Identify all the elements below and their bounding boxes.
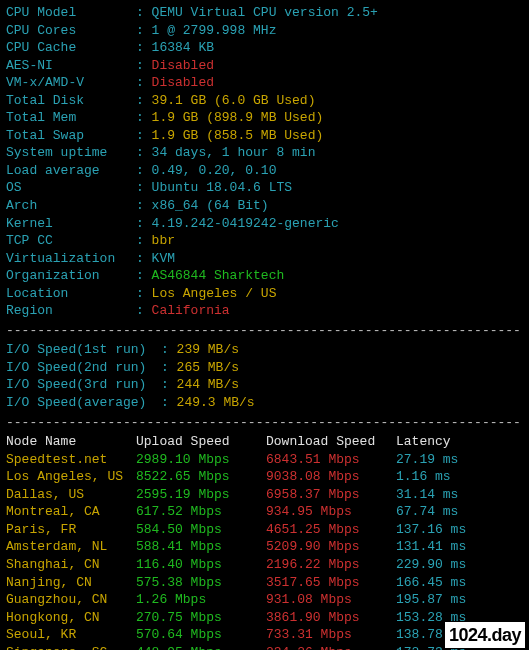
speed-node: Los Angeles, US	[6, 468, 136, 486]
speed-download: 2196.22 Mbps	[266, 556, 396, 574]
colon: :	[136, 268, 152, 283]
sys-label: TCP CC	[6, 232, 136, 250]
divider: ----------------------------------------…	[6, 414, 523, 432]
divider: ----------------------------------------…	[6, 322, 523, 340]
sys-value: 34 days, 1 hour 8 min	[152, 145, 316, 160]
speed-upload: 270.75 Mbps	[136, 609, 266, 627]
speed-row: Amsterdam, NL588.41 Mbps5209.90 Mbps131.…	[6, 538, 523, 556]
sys-value: Disabled	[152, 75, 214, 90]
speed-upload: 1.26 Mbps	[136, 591, 266, 609]
colon: :	[161, 377, 177, 392]
speed-row: Los Angeles, US8522.65 Mbps9038.08 Mbps1…	[6, 468, 523, 486]
sys-label: Total Mem	[6, 109, 136, 127]
sys-value: 16384 KB	[152, 40, 214, 55]
speed-latency: 67.74 ms	[396, 503, 458, 521]
io-value: 244 MB/s	[177, 377, 239, 392]
speed-header-up: Upload Speed	[136, 433, 266, 451]
speed-latency: 229.90 ms	[396, 556, 466, 574]
speed-latency: 1.16 ms	[396, 468, 451, 486]
speed-node: Singapore, SG	[6, 644, 136, 650]
speed-upload: 570.64 Mbps	[136, 626, 266, 644]
io-value: 265 MB/s	[177, 360, 239, 375]
speed-upload: 575.38 Mbps	[136, 574, 266, 592]
io-row: I/O Speed(3rd run) : 244 MB/s	[6, 376, 523, 394]
sys-row: CPU Cache: 16384 KB	[6, 39, 523, 57]
speed-node: Amsterdam, NL	[6, 538, 136, 556]
speed-row: Montreal, CA617.52 Mbps934.95 Mbps67.74 …	[6, 503, 523, 521]
speed-upload: 588.41 Mbps	[136, 538, 266, 556]
speed-header-dn: Download Speed	[266, 433, 396, 451]
speed-download: 934.95 Mbps	[266, 503, 396, 521]
colon: :	[161, 395, 177, 410]
sys-value: Ubuntu 18.04.6 LTS	[152, 180, 292, 195]
sys-value: Los Angeles / US	[152, 286, 277, 301]
speed-header-node: Node Name	[6, 433, 136, 451]
sys-value: bbr	[152, 233, 175, 248]
colon: :	[161, 360, 177, 375]
speed-node: Paris, FR	[6, 521, 136, 539]
io-value: 239 MB/s	[177, 342, 239, 357]
speed-header-lt: Latency	[396, 433, 451, 451]
sys-label: Location	[6, 285, 136, 303]
colon: :	[136, 58, 152, 73]
colon: :	[136, 75, 152, 90]
speed-upload: 2595.19 Mbps	[136, 486, 266, 504]
sys-row: CPU Cores: 1 @ 2799.998 MHz	[6, 22, 523, 40]
colon: :	[136, 163, 152, 178]
system-info-block: CPU Model: QEMU Virtual CPU version 2.5+…	[6, 4, 523, 320]
speed-upload: 8522.65 Mbps	[136, 468, 266, 486]
colon: :	[136, 303, 152, 318]
speed-node: Speedtest.net	[6, 451, 136, 469]
sys-label: System uptime	[6, 144, 136, 162]
speed-row: Paris, FR584.50 Mbps4651.25 Mbps137.16 m…	[6, 521, 523, 539]
sys-value: QEMU Virtual CPU version 2.5+	[152, 5, 378, 20]
speed-download: 733.31 Mbps	[266, 626, 396, 644]
speed-latency: 131.41 ms	[396, 538, 466, 556]
speed-download: 931.08 Mbps	[266, 591, 396, 609]
speed-download: 4651.25 Mbps	[266, 521, 396, 539]
speed-node: Seoul, KR	[6, 626, 136, 644]
sys-label: CPU Cores	[6, 22, 136, 40]
io-row: I/O Speed(1st run) : 239 MB/s	[6, 341, 523, 359]
sys-row: Load average: 0.49, 0.20, 0.10	[6, 162, 523, 180]
colon: :	[136, 251, 152, 266]
sys-row: AES-NI: Disabled	[6, 57, 523, 75]
speed-latency: 166.45 ms	[396, 574, 466, 592]
speed-node: Montreal, CA	[6, 503, 136, 521]
sys-label: Virtualization	[6, 250, 136, 268]
sys-value: AS46844 Sharktech	[152, 268, 285, 283]
speed-upload: 116.40 Mbps	[136, 556, 266, 574]
speed-latency: 31.14 ms	[396, 486, 458, 504]
sys-label: Total Disk	[6, 92, 136, 110]
colon: :	[136, 180, 152, 195]
sys-row: Region: California	[6, 302, 523, 320]
speed-latency: 195.87 ms	[396, 591, 466, 609]
sys-label: Total Swap	[6, 127, 136, 145]
sys-value: 1.9 GB (858.5 MB Used)	[152, 128, 324, 143]
io-speed-block: I/O Speed(1st run) : 239 MB/sI/O Speed(2…	[6, 341, 523, 411]
sys-label: AES-NI	[6, 57, 136, 75]
colon: :	[136, 23, 152, 38]
sys-row: Total Mem: 1.9 GB (898.9 MB Used)	[6, 109, 523, 127]
sys-value: 1.9 GB (898.9 MB Used)	[152, 110, 324, 125]
sys-label: Organization	[6, 267, 136, 285]
speed-node: Nanjing, CN	[6, 574, 136, 592]
sys-label: Kernel	[6, 215, 136, 233]
sys-row: Location: Los Angeles / US	[6, 285, 523, 303]
sys-row: OS: Ubuntu 18.04.6 LTS	[6, 179, 523, 197]
sys-label: Load average	[6, 162, 136, 180]
sys-value: 1 @ 2799.998 MHz	[152, 23, 277, 38]
io-value: 249.3 MB/s	[177, 395, 255, 410]
sys-row: TCP CC: bbr	[6, 232, 523, 250]
sys-row: Virtualization: KVM	[6, 250, 523, 268]
speed-latency: 137.16 ms	[396, 521, 466, 539]
io-label: I/O Speed(average)	[6, 394, 161, 412]
speed-upload: 448.95 Mbps	[136, 644, 266, 650]
sys-row: Arch: x86_64 (64 Bit)	[6, 197, 523, 215]
speed-download: 6843.51 Mbps	[266, 451, 396, 469]
speed-download: 3861.90 Mbps	[266, 609, 396, 627]
speed-row: Shanghai, CN116.40 Mbps2196.22 Mbps229.9…	[6, 556, 523, 574]
colon: :	[136, 128, 152, 143]
speed-download: 6958.37 Mbps	[266, 486, 396, 504]
sys-label: VM-x/AMD-V	[6, 74, 136, 92]
